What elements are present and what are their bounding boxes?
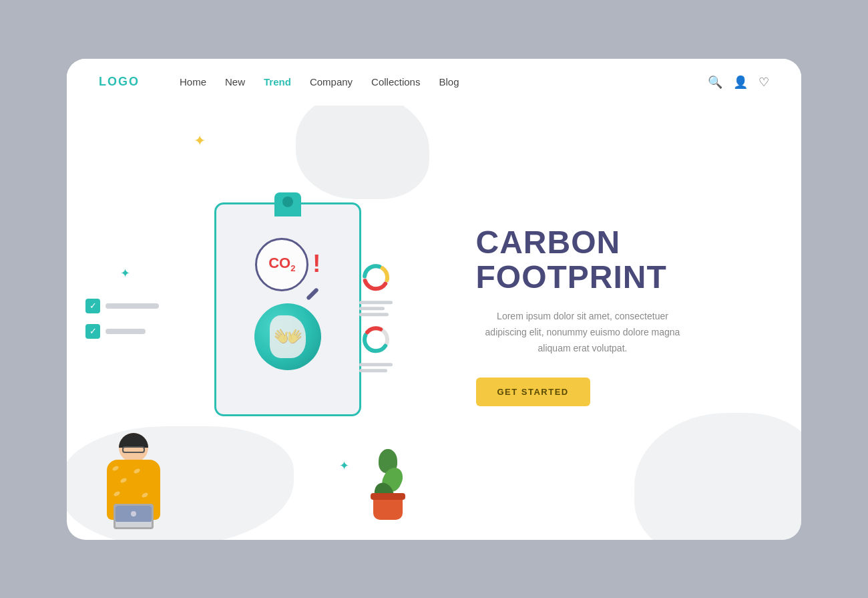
blob-right <box>634 413 801 540</box>
nav-company[interactable]: Company <box>310 76 353 88</box>
chart-lines-1 <box>359 301 393 316</box>
sparkle-teal-2: ✦ <box>339 458 349 473</box>
right-content: CARBON FOOTPRINT Lorem ipsum dolor sit a… <box>456 106 802 540</box>
spot-1 <box>112 464 120 471</box>
donut-chart-2 <box>361 324 391 355</box>
co2-label: CO2 <box>268 256 295 273</box>
globe: 👐 <box>254 303 321 370</box>
plant-leaves <box>379 449 397 497</box>
heart-icon[interactable]: ♡ <box>758 75 769 90</box>
checkbox-2: ✓ <box>85 324 100 339</box>
plant-pot <box>373 497 403 520</box>
co2-row: CO2 ! <box>255 231 320 297</box>
sparkle-teal-1: ✦ <box>120 266 130 281</box>
nav-collections[interactable]: Collections <box>371 76 420 88</box>
checklist: ✓ ✓ <box>85 299 159 339</box>
checkbox-1: ✓ <box>85 299 100 313</box>
search-icon[interactable]: 🔍 <box>708 75 722 90</box>
title-line2: FOOTPRINT <box>476 259 667 295</box>
main-card: LOGO Home New Trend Company Collections … <box>67 59 801 540</box>
footprint-icon: 👐 <box>273 323 303 351</box>
nav-home[interactable]: Home <box>180 76 206 88</box>
laptop-dot <box>131 511 136 516</box>
laptop-screen <box>116 506 152 522</box>
check-line-1 <box>105 303 159 309</box>
clipboard-clip <box>274 192 301 216</box>
nav-links: Home New Trend Company Collections Blog <box>180 76 708 88</box>
line-3 <box>359 313 389 316</box>
person-character <box>107 433 160 520</box>
nav-icon-group: 🔍 👤 ♡ <box>708 75 769 90</box>
person-hair <box>119 433 148 448</box>
plant <box>373 449 403 520</box>
nav-new[interactable]: New <box>225 76 245 88</box>
logo: LOGO <box>99 75 140 89</box>
blob-top <box>296 106 429 199</box>
charts-column <box>359 262 393 372</box>
sparkle-gold-1: ✦ <box>194 132 206 150</box>
nav-trend[interactable]: Trend <box>264 76 291 88</box>
hero-title: CARBON FOOTPRINT <box>476 225 762 296</box>
spot-4 <box>113 490 121 496</box>
spot-3 <box>133 467 141 474</box>
globe-container: 👐 <box>254 303 321 370</box>
blob-bottom <box>67 426 294 540</box>
nav-blog[interactable]: Blog <box>439 76 459 88</box>
spot-2 <box>120 476 128 483</box>
person-glasses <box>122 446 145 453</box>
person-head <box>119 433 148 462</box>
person-body <box>107 460 160 520</box>
spot-5 <box>141 491 149 498</box>
main-content: ✦ ✦ ✦ ✓ ✓ CO2 <box>67 106 801 540</box>
check-line-2 <box>105 329 146 334</box>
clipboard: CO2 ! 👐 <box>214 202 361 416</box>
navbar: LOGO Home New Trend Company Collections … <box>67 59 801 106</box>
line-1 <box>359 301 393 304</box>
hero-description: Lorem ipsum dolor sit amet, consectetuer… <box>476 309 690 356</box>
magnify-circle: CO2 <box>255 238 308 291</box>
exclamation-mark: ! <box>312 250 320 278</box>
check-item-1: ✓ <box>85 299 159 313</box>
co2-magnify: CO2 <box>255 238 308 291</box>
laptop <box>114 504 154 529</box>
line-2 <box>359 307 385 310</box>
title-line1: CARBON <box>476 225 621 260</box>
line-5 <box>359 369 387 372</box>
cta-button[interactable]: GET STARTED <box>476 378 590 406</box>
check-item-2: ✓ <box>85 324 159 339</box>
line-4 <box>359 363 393 366</box>
user-icon[interactable]: 👤 <box>733 75 748 90</box>
donut-chart-1 <box>361 262 391 293</box>
chart-lines-2 <box>359 363 393 372</box>
magnify-handle <box>306 287 319 301</box>
left-illustration: ✦ ✦ ✦ ✓ ✓ CO2 <box>67 106 456 540</box>
